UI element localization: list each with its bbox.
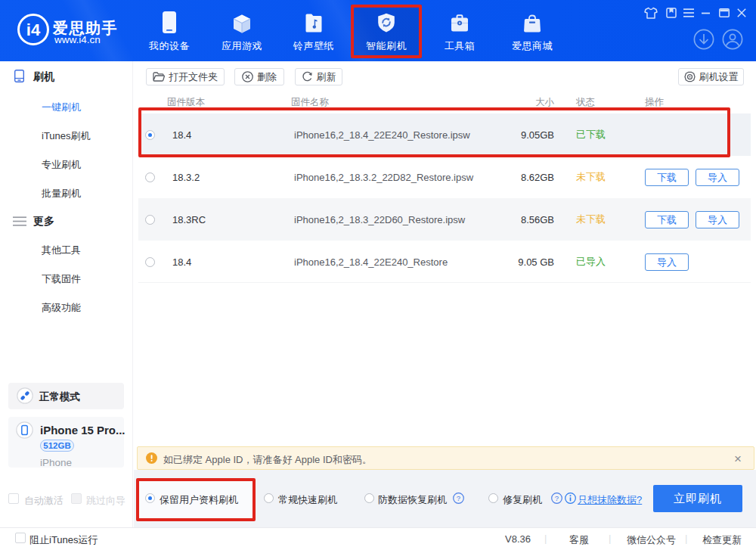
svg-text:?: ? bbox=[555, 494, 559, 502]
svg-text:?: ? bbox=[457, 494, 460, 502]
svg-text:i4: i4 bbox=[26, 20, 41, 39]
